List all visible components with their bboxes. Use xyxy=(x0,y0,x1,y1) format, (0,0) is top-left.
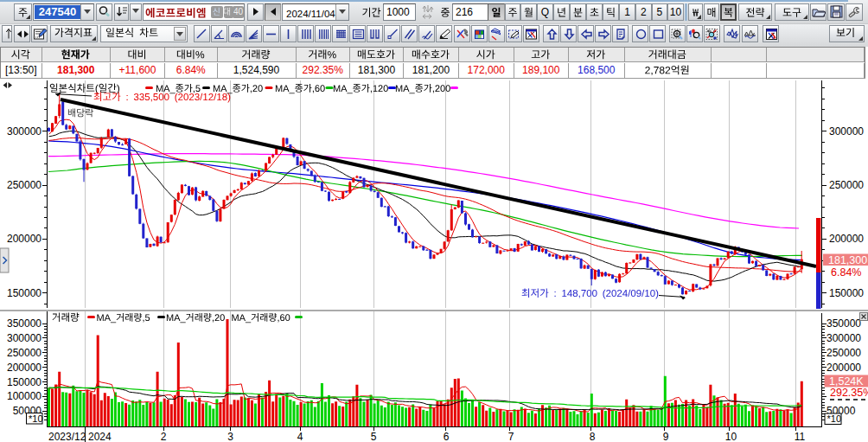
svg-text:350000: 350000 xyxy=(7,317,41,330)
svg-text:10: 10 xyxy=(725,431,737,442)
svg-text:300000: 300000 xyxy=(7,332,41,344)
svg-text:4: 4 xyxy=(297,431,303,442)
svg-text:300000: 300000 xyxy=(827,332,861,344)
svg-text:250000: 250000 xyxy=(829,179,864,191)
svg-text:150000: 150000 xyxy=(7,376,41,388)
svg-text:9: 9 xyxy=(663,431,669,442)
svg-text:1,524K: 1,524K xyxy=(829,375,864,388)
svg-text:350000: 350000 xyxy=(827,317,861,330)
svg-text:100000: 100000 xyxy=(7,390,41,402)
svg-text:200000: 200000 xyxy=(829,233,864,245)
svg-text:200000: 200000 xyxy=(7,233,41,245)
svg-text:2: 2 xyxy=(161,431,167,442)
svg-text:300000: 300000 xyxy=(829,125,864,138)
svg-text:2023/12: 2023/12 xyxy=(48,431,86,442)
svg-text:200000: 200000 xyxy=(827,362,861,374)
svg-text:200000: 200000 xyxy=(7,362,41,374)
svg-text:181,300: 181,300 xyxy=(828,254,867,266)
svg-text:300000: 300000 xyxy=(7,125,41,138)
svg-text:3: 3 xyxy=(227,431,233,442)
svg-text:11: 11 xyxy=(795,431,806,442)
svg-text:250000: 250000 xyxy=(7,179,41,191)
svg-text:7: 7 xyxy=(508,431,514,442)
svg-text:250000: 250000 xyxy=(827,347,861,359)
svg-text:6: 6 xyxy=(444,431,450,442)
svg-text:150000: 150000 xyxy=(7,287,41,299)
svg-text:8: 8 xyxy=(590,431,596,442)
svg-text:150000: 150000 xyxy=(829,287,864,299)
svg-text:*10: *10 xyxy=(29,413,43,424)
svg-text:2024: 2024 xyxy=(88,431,112,442)
svg-text:292.35%: 292.35% xyxy=(830,387,868,399)
svg-text:*10: *10 xyxy=(827,413,842,424)
svg-text:5: 5 xyxy=(371,431,377,442)
svg-text:250000: 250000 xyxy=(7,347,41,359)
svg-text:6.84%: 6.84% xyxy=(831,266,861,279)
